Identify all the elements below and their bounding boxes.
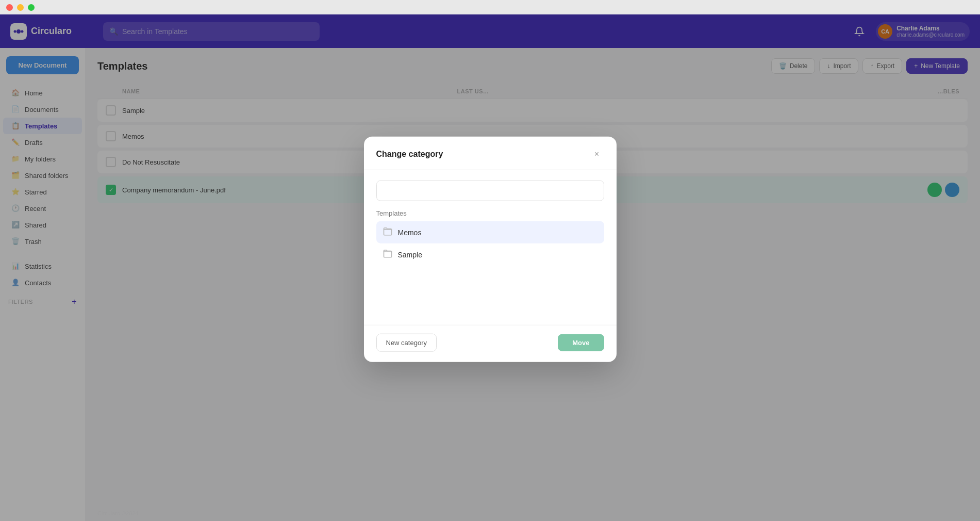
- category-search-input[interactable]: [376, 181, 604, 201]
- search-wrap: 🔍: [376, 181, 604, 201]
- modal-title: Change category: [376, 150, 443, 159]
- folder-icon: [383, 249, 393, 260]
- modal-header: Change category ×: [364, 137, 617, 170]
- minimize-window-button[interactable]: [17, 4, 24, 11]
- category-item-sample[interactable]: Sample: [376, 243, 604, 266]
- window-chrome: [0, 0, 980, 14]
- new-category-button[interactable]: New category: [376, 334, 437, 352]
- close-window-button[interactable]: [6, 4, 13, 11]
- modal-footer: New category Move: [364, 325, 617, 362]
- change-category-modal: Change category × 🔍 Templates Memos Samp…: [364, 137, 617, 362]
- move-button[interactable]: Move: [558, 334, 604, 351]
- modal-body: 🔍 Templates Memos Sample: [364, 170, 617, 325]
- category-label: Memos: [398, 228, 422, 236]
- category-item-memos[interactable]: Memos: [376, 221, 604, 243]
- maximize-window-button[interactable]: [28, 4, 35, 11]
- folder-icon: [383, 226, 393, 238]
- category-label: Sample: [398, 250, 422, 258]
- category-section-label: Templates: [376, 209, 604, 217]
- modal-close-button[interactable]: ×: [590, 147, 604, 161]
